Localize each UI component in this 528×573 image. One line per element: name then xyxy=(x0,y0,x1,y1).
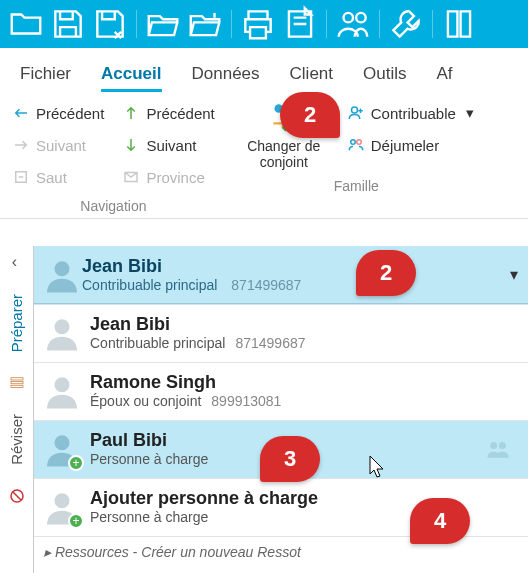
rail-cancel-icon[interactable] xyxy=(8,487,26,505)
folder-icon[interactable] xyxy=(6,4,46,44)
dropdown-item-spouse[interactable]: Ramone Singh Époux ou conjoint899913081 xyxy=(34,363,528,421)
person-plus-icon: + xyxy=(42,429,82,469)
unlink-people-icon xyxy=(347,136,365,154)
chevron-down-icon[interactable]: ▾ xyxy=(510,265,518,284)
svg-point-6 xyxy=(357,140,362,145)
svg-point-13 xyxy=(55,377,70,392)
note-icon[interactable] xyxy=(280,4,320,44)
cursor-icon xyxy=(368,454,388,480)
nav-next: Suivant xyxy=(12,132,104,158)
tab-accueil[interactable]: Accueil xyxy=(101,58,161,92)
svg-point-0 xyxy=(344,13,354,23)
ribbon: Précédent Suivant Saut Précédent xyxy=(0,92,528,219)
dropdown-sin: 871499687 xyxy=(235,335,305,351)
save-icon[interactable] xyxy=(48,4,88,44)
person-plus-icon: + xyxy=(42,487,82,527)
svg-point-5 xyxy=(351,140,356,145)
svg-point-1 xyxy=(356,13,366,23)
nav-province-label: Province xyxy=(146,169,204,186)
callout-3: 3 xyxy=(260,436,320,482)
taxpayer-role: Contribuable principal xyxy=(82,277,217,293)
toolbar-separator xyxy=(326,10,327,38)
group-icon xyxy=(484,435,512,463)
toolbar-separator xyxy=(432,10,433,38)
dropdown-item-principal[interactable]: Jean Bibi Contribuable principal87149968… xyxy=(34,305,528,363)
arrow-left-icon xyxy=(12,104,30,122)
taxpayer-dropdown[interactable]: Contribuable ▾ xyxy=(347,100,474,126)
ribbon-tabs: Fichier Accueil Données Client Outils Af xyxy=(0,48,528,92)
dropdown-caret-icon: ▾ xyxy=(466,104,474,122)
taxpayer-header[interactable]: Jean Bibi Contribuable principal 8714996… xyxy=(34,246,528,304)
group-family-label: Famille xyxy=(334,178,379,194)
users-swap-icon[interactable] xyxy=(333,4,373,44)
dropdown-role: Contribuable principal xyxy=(90,335,225,351)
background-resources-row: ▸ Ressources - Créer un nouveau Ressot xyxy=(34,540,528,564)
dropdown-sin: 899913081 xyxy=(211,393,281,409)
rail-prepare[interactable]: Préparer xyxy=(8,294,25,352)
toolbar-separator xyxy=(379,10,380,38)
resources-hint: Créer un nouveau Ressot xyxy=(141,544,301,560)
plus-badge-icon: + xyxy=(68,455,84,471)
tab-donnees[interactable]: Données xyxy=(192,58,260,92)
nav-prev-up[interactable]: Précédent xyxy=(122,100,214,126)
tab-outils[interactable]: Outils xyxy=(363,58,406,92)
nav-prev-label: Précédent xyxy=(36,105,104,122)
arrow-down-icon xyxy=(122,136,140,154)
taxpayer-dropdown-label: Contribuable xyxy=(371,105,456,122)
person-icon xyxy=(42,255,82,295)
left-rail: ‹ Préparer Réviser xyxy=(0,246,34,573)
group-family: Changer de conjoint Contribuable ▾ Déjum… xyxy=(227,92,486,218)
svg-point-14 xyxy=(55,435,70,450)
dropdown-name: Jean Bibi xyxy=(90,314,306,335)
wrench-icon[interactable] xyxy=(386,4,426,44)
nav-jump-label: Saut xyxy=(36,169,67,186)
book-icon[interactable] xyxy=(439,4,479,44)
toolbar-separator xyxy=(136,10,137,38)
dropdown-role: Époux ou conjoint xyxy=(90,393,201,409)
group-navigation-label: Navigation xyxy=(80,198,146,214)
resources-label: Ressources xyxy=(55,544,129,560)
nav-next-down-label: Suivant xyxy=(146,137,196,154)
dropdown-name: Paul Bibi xyxy=(90,430,208,451)
callout-4: 4 xyxy=(410,498,470,544)
open-icon[interactable] xyxy=(143,4,183,44)
unlink-button[interactable]: Déjumeler xyxy=(347,132,474,158)
arrow-right-icon xyxy=(12,136,30,154)
svg-point-12 xyxy=(55,319,70,334)
person-icon xyxy=(42,313,82,353)
rail-stacks-icon[interactable] xyxy=(8,374,26,392)
tab-fichier[interactable]: Fichier xyxy=(20,58,71,92)
svg-point-4 xyxy=(351,107,357,113)
save-as-icon[interactable] xyxy=(90,4,130,44)
svg-point-16 xyxy=(499,442,506,449)
dropdown-name: Ajouter personne à charge xyxy=(90,488,318,509)
open-recent-icon[interactable] xyxy=(185,4,225,44)
province-icon xyxy=(122,168,140,186)
user-plus-icon xyxy=(347,104,365,122)
svg-rect-7 xyxy=(11,378,23,380)
collapse-rail-icon[interactable]: ‹ xyxy=(5,252,25,272)
app-toolbar xyxy=(0,0,528,48)
callout-2-header: 2 xyxy=(356,250,416,296)
print-icon[interactable] xyxy=(238,4,278,44)
rail-review[interactable]: Réviser xyxy=(8,414,25,465)
group-navigation: Précédent Suivant Saut Précédent xyxy=(0,92,227,218)
taxpayer-name: Jean Bibi xyxy=(82,256,301,277)
toolbar-separator xyxy=(231,10,232,38)
nav-jump: Saut xyxy=(12,164,104,190)
nav-prev[interactable]: Précédent xyxy=(12,100,104,126)
arrow-up-icon xyxy=(122,104,140,122)
dropdown-role: Personne à charge xyxy=(90,451,208,467)
unlink-label: Déjumeler xyxy=(371,137,439,154)
svg-point-11 xyxy=(55,261,70,276)
tab-affichage[interactable]: Af xyxy=(437,58,453,92)
plus-badge-icon: + xyxy=(68,513,84,529)
person-icon xyxy=(42,371,82,411)
svg-point-17 xyxy=(55,493,70,508)
nav-province: Province xyxy=(122,164,214,190)
change-spouse-label: Changer de conjoint xyxy=(239,138,329,170)
svg-rect-8 xyxy=(11,382,23,384)
nav-prev-up-label: Précédent xyxy=(146,105,214,122)
nav-next-down[interactable]: Suivant xyxy=(122,132,214,158)
tab-client[interactable]: Client xyxy=(290,58,333,92)
